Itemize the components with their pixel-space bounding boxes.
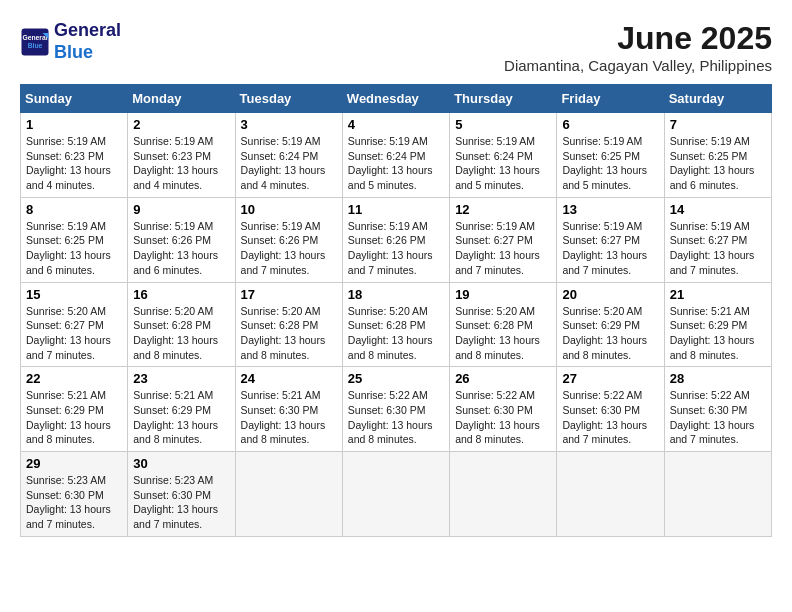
week-row-1: 1Sunrise: 5:19 AMSunset: 6:23 PMDaylight… [21, 113, 772, 198]
col-header-thursday: Thursday [450, 85, 557, 113]
day-number: 26 [455, 371, 551, 386]
title-area: June 2025 Diamantina, Cagayan Valley, Ph… [504, 20, 772, 74]
col-header-sunday: Sunday [21, 85, 128, 113]
calendar-cell: 15Sunrise: 5:20 AMSunset: 6:27 PMDayligh… [21, 282, 128, 367]
calendar-cell: 19Sunrise: 5:20 AMSunset: 6:28 PMDayligh… [450, 282, 557, 367]
day-info: Sunrise: 5:19 AMSunset: 6:27 PMDaylight:… [670, 219, 766, 278]
calendar-cell: 25Sunrise: 5:22 AMSunset: 6:30 PMDayligh… [342, 367, 449, 452]
calendar-cell: 13Sunrise: 5:19 AMSunset: 6:27 PMDayligh… [557, 197, 664, 282]
calendar-cell: 2Sunrise: 5:19 AMSunset: 6:23 PMDaylight… [128, 113, 235, 198]
calendar-cell [664, 452, 771, 537]
day-number: 6 [562, 117, 658, 132]
day-info: Sunrise: 5:23 AMSunset: 6:30 PMDaylight:… [26, 473, 122, 532]
week-row-2: 8Sunrise: 5:19 AMSunset: 6:25 PMDaylight… [21, 197, 772, 282]
day-number: 22 [26, 371, 122, 386]
day-number: 10 [241, 202, 337, 217]
calendar-cell: 16Sunrise: 5:20 AMSunset: 6:28 PMDayligh… [128, 282, 235, 367]
day-number: 20 [562, 287, 658, 302]
logo: General Blue General Blue [20, 20, 121, 63]
day-info: Sunrise: 5:19 AMSunset: 6:24 PMDaylight:… [348, 134, 444, 193]
calendar-cell: 11Sunrise: 5:19 AMSunset: 6:26 PMDayligh… [342, 197, 449, 282]
calendar-table: SundayMondayTuesdayWednesdayThursdayFrid… [20, 84, 772, 537]
day-number: 30 [133, 456, 229, 471]
calendar-cell: 8Sunrise: 5:19 AMSunset: 6:25 PMDaylight… [21, 197, 128, 282]
calendar-cell: 4Sunrise: 5:19 AMSunset: 6:24 PMDaylight… [342, 113, 449, 198]
calendar-cell: 12Sunrise: 5:19 AMSunset: 6:27 PMDayligh… [450, 197, 557, 282]
day-info: Sunrise: 5:19 AMSunset: 6:27 PMDaylight:… [562, 219, 658, 278]
calendar-cell: 21Sunrise: 5:21 AMSunset: 6:29 PMDayligh… [664, 282, 771, 367]
week-row-3: 15Sunrise: 5:20 AMSunset: 6:27 PMDayligh… [21, 282, 772, 367]
col-header-tuesday: Tuesday [235, 85, 342, 113]
calendar-cell: 7Sunrise: 5:19 AMSunset: 6:25 PMDaylight… [664, 113, 771, 198]
day-number: 12 [455, 202, 551, 217]
day-number: 21 [670, 287, 766, 302]
day-number: 11 [348, 202, 444, 217]
day-info: Sunrise: 5:19 AMSunset: 6:26 PMDaylight:… [241, 219, 337, 278]
calendar-cell: 23Sunrise: 5:21 AMSunset: 6:29 PMDayligh… [128, 367, 235, 452]
calendar-cell [557, 452, 664, 537]
day-info: Sunrise: 5:20 AMSunset: 6:28 PMDaylight:… [241, 304, 337, 363]
col-header-saturday: Saturday [664, 85, 771, 113]
header: General Blue General Blue June 2025 Diam… [20, 20, 772, 74]
calendar-header-row: SundayMondayTuesdayWednesdayThursdayFrid… [21, 85, 772, 113]
day-info: Sunrise: 5:19 AMSunset: 6:24 PMDaylight:… [455, 134, 551, 193]
day-number: 25 [348, 371, 444, 386]
calendar-cell: 6Sunrise: 5:19 AMSunset: 6:25 PMDaylight… [557, 113, 664, 198]
day-info: Sunrise: 5:23 AMSunset: 6:30 PMDaylight:… [133, 473, 229, 532]
day-number: 23 [133, 371, 229, 386]
calendar-cell: 20Sunrise: 5:20 AMSunset: 6:29 PMDayligh… [557, 282, 664, 367]
day-number: 24 [241, 371, 337, 386]
day-info: Sunrise: 5:19 AMSunset: 6:23 PMDaylight:… [26, 134, 122, 193]
day-number: 5 [455, 117, 551, 132]
calendar-cell [342, 452, 449, 537]
day-number: 1 [26, 117, 122, 132]
day-info: Sunrise: 5:21 AMSunset: 6:29 PMDaylight:… [670, 304, 766, 363]
calendar-cell: 14Sunrise: 5:19 AMSunset: 6:27 PMDayligh… [664, 197, 771, 282]
day-number: 2 [133, 117, 229, 132]
day-info: Sunrise: 5:20 AMSunset: 6:29 PMDaylight:… [562, 304, 658, 363]
day-info: Sunrise: 5:20 AMSunset: 6:28 PMDaylight:… [133, 304, 229, 363]
calendar-cell: 17Sunrise: 5:20 AMSunset: 6:28 PMDayligh… [235, 282, 342, 367]
col-header-monday: Monday [128, 85, 235, 113]
day-info: Sunrise: 5:22 AMSunset: 6:30 PMDaylight:… [670, 388, 766, 447]
day-number: 8 [26, 202, 122, 217]
col-header-friday: Friday [557, 85, 664, 113]
day-info: Sunrise: 5:19 AMSunset: 6:25 PMDaylight:… [562, 134, 658, 193]
calendar-cell: 22Sunrise: 5:21 AMSunset: 6:29 PMDayligh… [21, 367, 128, 452]
day-number: 28 [670, 371, 766, 386]
day-info: Sunrise: 5:20 AMSunset: 6:28 PMDaylight:… [348, 304, 444, 363]
day-number: 13 [562, 202, 658, 217]
week-row-4: 22Sunrise: 5:21 AMSunset: 6:29 PMDayligh… [21, 367, 772, 452]
day-number: 14 [670, 202, 766, 217]
day-number: 19 [455, 287, 551, 302]
day-info: Sunrise: 5:19 AMSunset: 6:25 PMDaylight:… [670, 134, 766, 193]
col-header-wednesday: Wednesday [342, 85, 449, 113]
week-row-5: 29Sunrise: 5:23 AMSunset: 6:30 PMDayligh… [21, 452, 772, 537]
calendar-subtitle: Diamantina, Cagayan Valley, Philippines [504, 57, 772, 74]
calendar-cell: 28Sunrise: 5:22 AMSunset: 6:30 PMDayligh… [664, 367, 771, 452]
calendar-cell: 26Sunrise: 5:22 AMSunset: 6:30 PMDayligh… [450, 367, 557, 452]
day-number: 18 [348, 287, 444, 302]
day-info: Sunrise: 5:20 AMSunset: 6:28 PMDaylight:… [455, 304, 551, 363]
day-info: Sunrise: 5:19 AMSunset: 6:26 PMDaylight:… [133, 219, 229, 278]
calendar-cell: 18Sunrise: 5:20 AMSunset: 6:28 PMDayligh… [342, 282, 449, 367]
calendar-cell: 24Sunrise: 5:21 AMSunset: 6:30 PMDayligh… [235, 367, 342, 452]
calendar-cell [235, 452, 342, 537]
day-info: Sunrise: 5:22 AMSunset: 6:30 PMDaylight:… [455, 388, 551, 447]
day-info: Sunrise: 5:19 AMSunset: 6:26 PMDaylight:… [348, 219, 444, 278]
logo-icon: General Blue [20, 27, 50, 57]
calendar-cell: 9Sunrise: 5:19 AMSunset: 6:26 PMDaylight… [128, 197, 235, 282]
logo-text-general: General [54, 20, 121, 42]
day-info: Sunrise: 5:20 AMSunset: 6:27 PMDaylight:… [26, 304, 122, 363]
day-number: 17 [241, 287, 337, 302]
svg-text:Blue: Blue [28, 42, 43, 49]
day-number: 4 [348, 117, 444, 132]
calendar-cell: 29Sunrise: 5:23 AMSunset: 6:30 PMDayligh… [21, 452, 128, 537]
calendar-cell: 1Sunrise: 5:19 AMSunset: 6:23 PMDaylight… [21, 113, 128, 198]
calendar-cell: 27Sunrise: 5:22 AMSunset: 6:30 PMDayligh… [557, 367, 664, 452]
day-info: Sunrise: 5:21 AMSunset: 6:29 PMDaylight:… [133, 388, 229, 447]
calendar-cell [450, 452, 557, 537]
day-info: Sunrise: 5:21 AMSunset: 6:30 PMDaylight:… [241, 388, 337, 447]
day-info: Sunrise: 5:22 AMSunset: 6:30 PMDaylight:… [348, 388, 444, 447]
calendar-title: June 2025 [504, 20, 772, 57]
